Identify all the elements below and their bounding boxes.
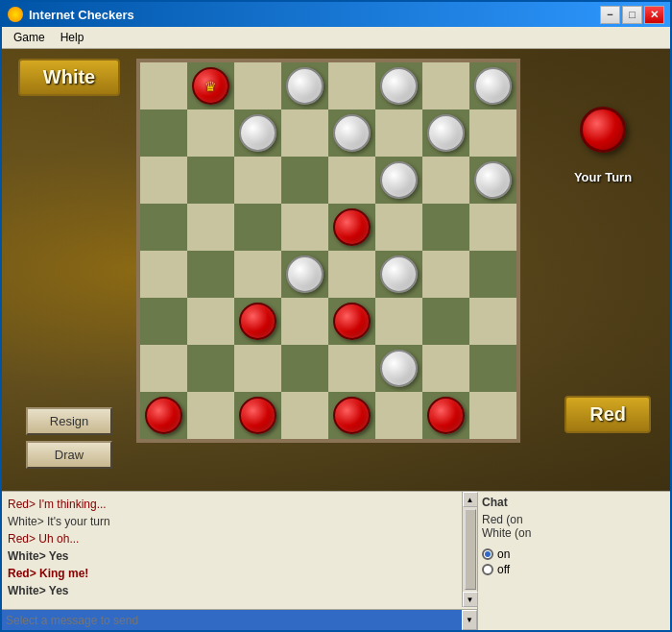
cell-0-4[interactable] (328, 62, 375, 109)
piece-6-5[interactable] (380, 350, 418, 387)
cell-0-2[interactable] (234, 62, 281, 109)
cell-7-2[interactable] (234, 392, 281, 439)
cell-3-0[interactable] (140, 204, 187, 251)
cell-6-5[interactable] (375, 345, 422, 392)
cell-4-4[interactable] (328, 251, 375, 298)
piece-1-6[interactable] (427, 114, 465, 152)
cell-4-1[interactable] (187, 251, 234, 298)
cell-4-7[interactable] (469, 251, 516, 298)
scroll-down-arrow[interactable]: ▼ (463, 592, 478, 607)
piece-7-0[interactable] (145, 397, 182, 434)
cell-1-0[interactable] (140, 109, 187, 157)
piece-4-3[interactable] (286, 255, 324, 293)
cell-6-4[interactable] (328, 345, 375, 392)
piece-7-2[interactable] (239, 397, 276, 434)
minimize-button[interactable]: − (600, 6, 620, 24)
cell-6-3[interactable] (281, 345, 328, 392)
cell-6-7[interactable] (469, 345, 516, 392)
cell-0-6[interactable] (422, 62, 469, 109)
cell-2-2[interactable] (234, 157, 281, 204)
cell-7-5[interactable] (375, 392, 422, 439)
piece-5-4[interactable] (333, 303, 371, 340)
cell-5-6[interactable] (422, 298, 469, 345)
cell-4-3[interactable] (281, 251, 328, 298)
piece-0-1[interactable] (192, 67, 229, 105)
piece-2-5[interactable] (380, 161, 418, 199)
cell-3-3[interactable] (281, 204, 328, 251)
close-button[interactable]: ✕ (644, 6, 664, 24)
cell-0-7[interactable] (469, 62, 516, 109)
cell-0-1[interactable] (187, 62, 234, 109)
cell-1-5[interactable] (375, 109, 422, 157)
cell-7-0[interactable] (140, 392, 187, 439)
maximize-button[interactable]: □ (622, 6, 642, 24)
cell-5-1[interactable] (187, 298, 234, 345)
scroll-thumb[interactable] (465, 509, 476, 590)
cell-1-2[interactable] (234, 109, 281, 157)
cell-2-5[interactable] (375, 157, 422, 204)
cell-6-6[interactable] (422, 345, 469, 392)
cell-3-1[interactable] (187, 204, 234, 251)
menu-help[interactable]: Help (53, 29, 92, 46)
cell-7-7[interactable] (469, 392, 516, 439)
cell-6-2[interactable] (234, 345, 281, 392)
draw-button[interactable]: Draw (26, 441, 112, 469)
radio-off-item[interactable]: off (482, 563, 666, 576)
cell-2-6[interactable] (422, 157, 469, 204)
cell-4-0[interactable] (140, 251, 187, 298)
cell-4-6[interactable] (422, 251, 469, 298)
message-send-arrow[interactable]: ▼ (462, 610, 477, 630)
message-input[interactable] (2, 610, 462, 630)
cell-1-4[interactable] (328, 109, 375, 157)
cell-0-5[interactable] (375, 62, 422, 109)
resign-button[interactable]: Resign (26, 407, 112, 435)
cell-4-2[interactable] (234, 251, 281, 298)
cell-6-1[interactable] (187, 345, 234, 392)
cell-3-2[interactable] (234, 204, 281, 251)
cell-1-6[interactable] (422, 109, 469, 157)
scroll-up-arrow[interactable]: ▲ (463, 492, 478, 507)
cell-2-1[interactable] (187, 157, 234, 204)
piece-0-5[interactable] (380, 67, 418, 105)
cell-3-4[interactable] (328, 204, 375, 251)
cell-0-0[interactable] (140, 62, 187, 109)
radio-off-circle[interactable] (482, 564, 493, 575)
cell-2-4[interactable] (328, 157, 375, 204)
cell-5-7[interactable] (469, 298, 516, 345)
cell-4-5[interactable] (375, 251, 422, 298)
menu-game[interactable]: Game (6, 29, 53, 46)
piece-0-7[interactable] (474, 67, 512, 105)
cell-5-5[interactable] (375, 298, 422, 345)
radio-on-item[interactable]: on (482, 547, 666, 561)
cell-3-6[interactable] (422, 204, 469, 251)
cell-2-0[interactable] (140, 157, 187, 204)
piece-1-4[interactable] (333, 114, 371, 152)
piece-4-5[interactable] (380, 255, 418, 293)
piece-5-2[interactable] (239, 303, 276, 340)
cell-7-4[interactable] (328, 392, 375, 439)
cell-1-7[interactable] (469, 109, 516, 157)
piece-1-2[interactable] (239, 114, 276, 152)
cell-5-2[interactable] (234, 298, 281, 345)
piece-3-4[interactable] (333, 208, 371, 246)
cell-7-6[interactable] (422, 392, 469, 439)
cell-2-7[interactable] (469, 157, 516, 204)
cell-3-5[interactable] (375, 204, 422, 251)
messages-scrollbar[interactable]: ▲ ▼ (462, 492, 477, 607)
piece-0-3[interactable] (286, 67, 324, 105)
cell-6-0[interactable] (140, 345, 187, 392)
cell-0-3[interactable] (281, 62, 328, 109)
piece-2-7[interactable] (474, 161, 512, 199)
cell-5-3[interactable] (281, 298, 328, 345)
cell-5-4[interactable] (328, 298, 375, 345)
cell-1-1[interactable] (187, 109, 234, 157)
cell-5-0[interactable] (140, 298, 187, 345)
cell-7-3[interactable] (281, 392, 328, 439)
radio-on-circle[interactable] (482, 548, 493, 560)
piece-7-4[interactable] (333, 397, 371, 434)
cell-3-7[interactable] (469, 204, 516, 251)
cell-7-1[interactable] (187, 392, 234, 439)
cell-2-3[interactable] (281, 157, 328, 204)
cell-1-3[interactable] (281, 109, 328, 157)
piece-7-6[interactable] (427, 397, 465, 434)
